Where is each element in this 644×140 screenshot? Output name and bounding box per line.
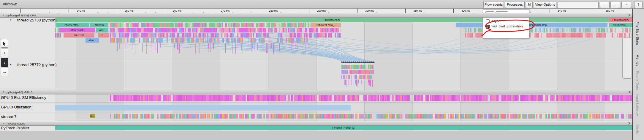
trace-event-sliver — [474, 28, 475, 32]
collapse-triangle-icon[interactable]: ▾ — [3, 91, 4, 93]
collapse-triangle-icon[interactable]: ▾ — [3, 14, 4, 16]
trace-event-sliver — [556, 114, 557, 119]
trace-event-sliver — [161, 28, 163, 32]
trace-event-sliver — [255, 38, 256, 43]
ruler-tick-label: 270 ms — [221, 9, 230, 12]
trace-event-sliver — [352, 80, 352, 85]
trace-event-sliver — [118, 43, 118, 47]
trace-event-bar[interactable]: Optimizer.zero_... — [311, 23, 341, 27]
trace-event-sliver — [464, 28, 464, 32]
trace-event-sliver — [212, 114, 213, 119]
trace-event-bar[interactable]: Optimizer.step#SGD.step — [456, 23, 607, 27]
trace-event-sliver — [251, 33, 252, 38]
trace-event-sliver — [144, 28, 146, 32]
trace-event-bar[interactable]: ProfilerStep#7 — [609, 18, 632, 22]
trace-event-sliver — [353, 114, 354, 119]
trace-event-sliver — [487, 114, 487, 119]
collapse-triangle-icon[interactable]: ▾ — [10, 63, 12, 66]
trace-event-bar[interactable]: M... — [90, 114, 95, 118]
trace-event-sliver — [394, 114, 394, 119]
help-button[interactable]: ? — [634, 1, 643, 8]
trace-event-sliver — [541, 114, 542, 119]
async-checkbox[interactable] — [486, 19, 490, 23]
trace-event-sliver — [583, 28, 584, 32]
trace-event-sliver — [242, 38, 243, 43]
trace-event-sliver — [389, 95, 390, 101]
trace-event-sliver — [558, 33, 560, 38]
trace-event-sliver — [577, 28, 577, 32]
ruler-tick-label: 320 ms — [461, 9, 470, 12]
close-group-icon[interactable]: X — [628, 122, 630, 125]
trace-event-sliver — [537, 28, 537, 32]
trace-event-sliver — [364, 75, 365, 79]
trace-event-sliver — [248, 114, 249, 119]
ruler-tick-label: 240 ms — [77, 9, 86, 12]
trace-event-sliver — [407, 95, 409, 101]
trace-event-bar[interactable]: aten::cat — [64, 33, 94, 38]
trace-event-sliver — [232, 33, 234, 38]
trace-event-sliver — [530, 28, 531, 32]
trace-event-sliver — [351, 75, 352, 79]
track-group-header[interactable]: ▾python (pid 25738): CPUX — [0, 13, 632, 18]
collapse-triangle-icon[interactable]: ▾ — [3, 122, 4, 125]
search-box[interactable] — [558, 1, 599, 8]
close-group-icon[interactable]: X — [628, 91, 630, 94]
trace-event-bar[interactable]: enumerate(... — [56, 23, 89, 27]
tab-frame-data[interactable]: Frame Data — [636, 71, 639, 90]
track-group-header[interactable]: ▾python (pid 0): GPU 0X — [0, 90, 632, 94]
trace-event-sliver — [572, 28, 573, 32]
zoom-tool-button[interactable]: ↕ — [1, 58, 8, 67]
tab-file-size-stats[interactable]: File Size Stats — [636, 21, 639, 45]
timing-tool-button[interactable]: ↔ — [1, 68, 8, 76]
trace-event-sliver — [143, 23, 145, 27]
trace-event-sliver — [147, 38, 149, 43]
pan-tool-button[interactable]: + — [1, 49, 8, 57]
nav-back-button[interactable]: ← — [600, 1, 610, 8]
trace-event-sliver — [205, 33, 206, 38]
tab-alerts[interactable]: Alerts — [636, 125, 639, 134]
trace-event-sliver — [313, 114, 314, 119]
trace-event-sliver — [205, 114, 205, 119]
trace-event-sliver — [598, 28, 599, 32]
close-group-icon[interactable]: X — [628, 14, 630, 17]
fwd-bwd-correlation-checkbox[interactable]: ✓ — [486, 25, 490, 29]
trace-event-sliver — [551, 28, 552, 32]
trace-event-bar[interactable]: ate... — [96, 28, 108, 32]
trace-event-sliver — [477, 28, 477, 32]
trace-event-sliver — [188, 23, 190, 27]
trace-event-sliver — [535, 28, 535, 32]
view-options-button[interactable]: View Options — [534, 1, 556, 8]
trace-event-sliver — [160, 95, 161, 101]
select-tool-button[interactable] — [1, 39, 8, 48]
group-header-label: python (pid 25738): CPU — [7, 14, 36, 17]
trace-event-bar[interactable]: aten::to — [90, 23, 108, 27]
trace-event-sliver — [276, 28, 277, 32]
trace-event-sliver — [578, 95, 580, 101]
trace-event-sliver — [581, 33, 583, 38]
collapse-triangle-icon[interactable]: ▾ — [10, 18, 12, 21]
trace-event-bar[interactable]: enumerate(... — [609, 23, 632, 27]
trace-event-sliver — [128, 95, 130, 101]
tab-input-latency[interactable]: Input Latency — [636, 94, 639, 116]
track-group-header[interactable]: ▾Process TracesX — [0, 121, 632, 126]
flow-events-button[interactable]: Flow events — [483, 1, 504, 8]
trace-event-sliver — [409, 95, 410, 101]
tab-metrics[interactable]: Metrics — [636, 55, 639, 66]
trace-event-bar[interactable]: PyTorch Profiler (0) — [55, 126, 632, 130]
gpu-utilization-band[interactable] — [55, 105, 351, 111]
trace-event-sliver — [556, 28, 557, 32]
m-button[interactable]: M — [526, 1, 533, 8]
ruler-tick-label: 350 ms — [606, 9, 615, 12]
trace-event-sliver — [612, 114, 614, 119]
trace-event-bar[interactable]: c... — [98, 33, 109, 38]
trace-event-sliver — [254, 114, 255, 119]
trace-event-sliver — [537, 114, 537, 119]
processes-button[interactable]: Processes — [505, 1, 525, 8]
trace-event-sliver — [588, 28, 589, 32]
trace-event-bar[interactable]: aten... — [86, 38, 99, 43]
trace-event-bar[interactable]: aten::stack — [59, 28, 95, 32]
trace-event-sliver — [584, 28, 585, 32]
trace-event-sliver — [475, 28, 476, 32]
nav-forward-button[interactable]: → — [610, 1, 620, 8]
collapse-chevrons-button[interactable]: » — [621, 1, 631, 8]
